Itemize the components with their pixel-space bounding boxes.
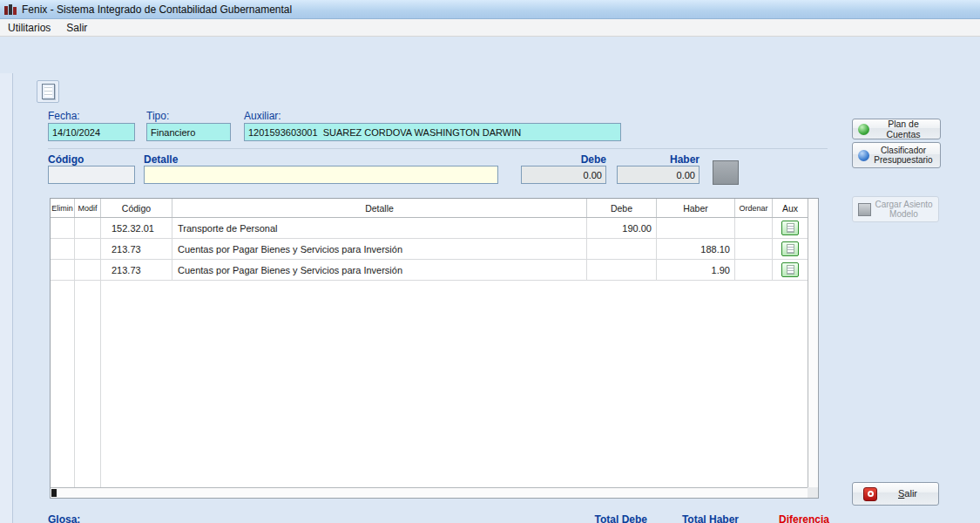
cell-ordenar [735,218,773,239]
table-row[interactable]: 213.73 Cuentas por Pagar Bienes y Servic… [51,239,808,260]
menu-item-salir[interactable]: Salir [58,20,95,36]
main-area: Fecha: Tipo: Auxiliar: Código Detalle De… [0,37,980,523]
horizontal-scrollbar[interactable] [51,487,808,498]
clasificador-label: Clasificador Presupuestario [872,146,935,166]
fecha-label: Fecha: [48,110,80,122]
cell-aux [773,239,808,260]
col-header-codigo[interactable]: Código [101,199,172,217]
salir-button[interactable]: Salir [852,482,939,506]
app-icon-part [9,4,12,15]
cell-modif[interactable] [75,218,101,239]
col-header-detalle[interactable]: Detalle [172,199,587,217]
total-haber-label: Total Haber [656,513,739,523]
salir-button-label: Salir [882,488,933,499]
haber-label: Haber [617,153,700,166]
col-header-elimin[interactable]: Elimin [51,199,75,217]
cell-detalle: Transporte de Personal [172,218,587,239]
aux-document-button[interactable] [781,221,799,235]
cell-codigo: 213.73 [101,239,172,260]
vertical-scrollbar[interactable] [808,199,818,487]
cell-detalle: Cuentas por Pagar Bienes y Servicios par… [172,239,587,260]
grid-header: Elimin Modif Código Detalle Debe Haber O… [51,199,808,218]
new-document-icon [42,84,55,99]
haber-input[interactable] [617,166,700,184]
diferencia-label: Diferencia [745,513,829,523]
col-header-debe[interactable]: Debe [587,199,657,217]
cargar-asiento-modelo-button[interactable]: Cargar Asiento Modelo [852,196,939,222]
detalle-input[interactable] [144,166,498,184]
table-row[interactable]: 152.32.01 Transporte de Personal 190.00 [51,218,808,239]
cell-elimin[interactable] [51,239,75,260]
title-bar[interactable]: Fenix - Sistema Integrado de Contabilida… [0,0,980,19]
debe-label: Debe [521,153,606,166]
grid-empty-area [51,281,808,487]
cell-ordenar [735,260,773,281]
plan-de-cuentas-label: Plan de Cuentas [872,119,935,139]
cell-debe [587,239,657,260]
clasificador-presupuestario-button[interactable]: Clasificador Presupuestario [852,142,941,168]
application-window: Fenix - Sistema Integrado de Contabilida… [0,0,980,523]
cell-ordenar [735,239,773,260]
col-header-modif[interactable]: Modif [75,199,101,217]
entries-grid: Elimin Modif Código Detalle Debe Haber O… [50,198,819,499]
plan-de-cuentas-icon [858,124,869,135]
menu-bar: Utilitarios Salir [0,19,980,37]
codigo-input[interactable] [48,166,135,184]
cell-detalle: Cuentas por Pagar Bienes y Servicios par… [172,260,587,281]
cell-aux [773,218,808,239]
total-debe-label: Total Debe [564,513,647,523]
glosa-label: Glosa: [48,513,80,523]
fecha-input[interactable] [48,123,135,141]
cell-codigo: 213.73 [101,260,172,281]
cell-debe [587,260,657,281]
table-row[interactable]: 213.73 Cuentas por Pagar Bienes y Servic… [51,260,808,281]
aux-document-button[interactable] [781,241,799,256]
menu-item-utilitarios[interactable]: Utilitarios [0,20,58,36]
entry-action-button[interactable] [713,160,739,185]
document-icon [787,223,794,233]
col-header-haber[interactable]: Haber [657,199,735,217]
cell-elimin[interactable] [51,260,75,281]
window-title: Fenix - Sistema Integrado de Contabilida… [22,3,292,16]
document-icon [787,244,794,254]
power-icon-ring [868,491,874,497]
new-document-button[interactable] [37,80,59,103]
grid-column-line [100,281,101,487]
cell-codigo: 152.32.01 [101,218,172,239]
form-divider [48,148,828,149]
cargar-asiento-label: Cargar Asiento Modelo [875,200,933,220]
plan-de-cuentas-button[interactable]: Plan de Cuentas [852,119,941,139]
cell-haber: 1.90 [657,260,735,281]
cargar-asiento-icon [858,203,871,216]
cell-debe: 190.00 [587,218,657,239]
app-icon [3,3,17,16]
cell-modif[interactable] [75,260,101,281]
auxiliar-input[interactable] [244,123,621,141]
grid-column-line [74,281,75,487]
cell-elimin[interactable] [51,218,75,239]
power-icon [863,487,877,501]
codigo-label: Código [48,153,84,166]
document-icon [787,265,794,275]
horizontal-scrollbar-thumb[interactable] [51,489,57,497]
grid-inner: Elimin Modif Código Detalle Debe Haber O… [51,199,808,487]
col-header-aux[interactable]: Aux [773,199,808,217]
cell-modif[interactable] [75,239,101,260]
left-dock-strip [0,73,13,523]
debe-input[interactable] [521,166,606,184]
cell-haber [657,218,735,239]
tipo-label: Tipo: [146,110,169,122]
app-icon-part [4,6,8,15]
auxiliar-label: Auxiliar: [244,110,281,122]
cell-aux [773,260,808,281]
app-icon-part [13,7,17,15]
scrollbar-corner [808,487,818,498]
detalle-label: Detalle [144,153,178,166]
col-header-ordenar[interactable]: Ordenar [735,199,773,217]
clasificador-icon [858,150,869,161]
cell-haber: 188.10 [657,239,735,260]
tipo-input[interactable] [146,123,231,141]
aux-document-button[interactable] [781,262,799,277]
